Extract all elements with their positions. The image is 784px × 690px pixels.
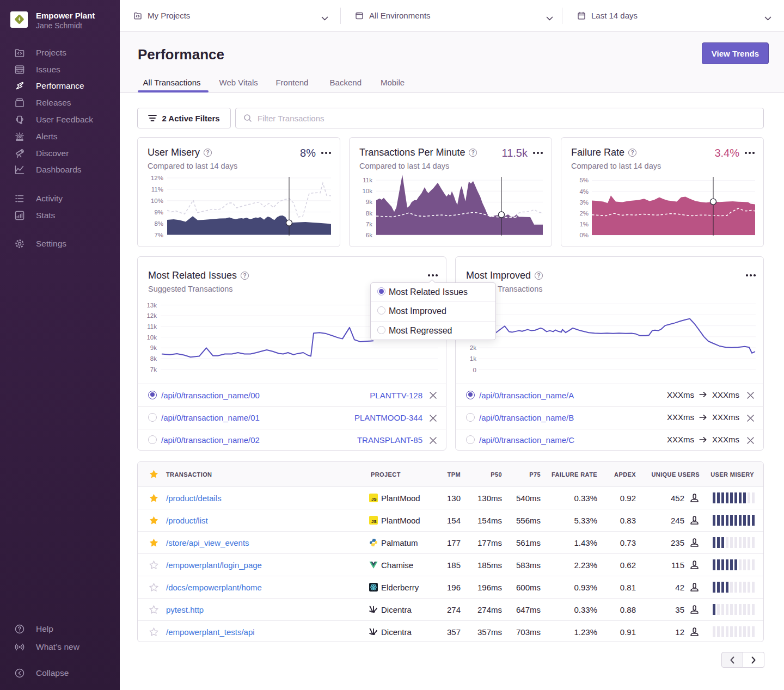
svg-text:JS: JS <box>371 497 377 502</box>
svg-text:JS: JS <box>371 519 377 524</box>
